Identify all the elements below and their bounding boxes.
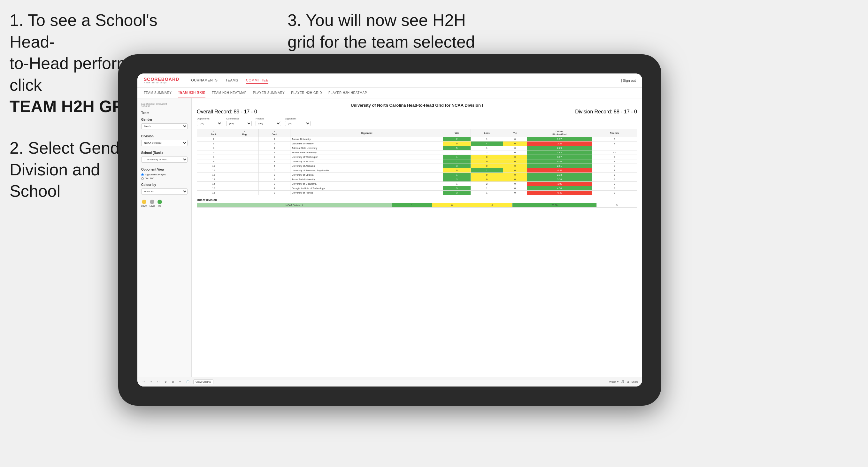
toolbar-view[interactable]: View: Original	[193, 379, 213, 384]
annotation-3-line2: grid for the team selected	[287, 33, 475, 51]
cell-loss: 0	[471, 177, 503, 182]
cell-win: 1	[443, 159, 471, 164]
sidebar-colour-by-select[interactable]: Win/loss	[141, 188, 188, 194]
sidebar-division-select[interactable]: NCAA Division I	[141, 140, 188, 146]
conference-filter-select[interactable]: (All)	[226, 121, 252, 126]
col-loss: Loss	[471, 129, 503, 137]
filter-opponents: Opponents: (All)	[197, 117, 222, 126]
cell-loss: 1	[471, 191, 503, 195]
sidebar-school-select[interactable]: 1. University of Nort...	[141, 157, 188, 163]
toolbar-redo[interactable]: ↪	[149, 380, 153, 384]
toolbar-paste[interactable]: ✂	[178, 380, 182, 384]
cell-tie: 0	[503, 164, 527, 168]
cell-diff: 4.50	[527, 186, 592, 191]
cell-conf: 3	[258, 191, 290, 195]
cell-conf: 2	[258, 155, 290, 159]
toolbar-back[interactable]: ↩	[156, 380, 161, 384]
toolbar-copy[interactable]: ⧉	[170, 380, 175, 384]
tablet-device: SCOREBOARD Powered by clippi TOURNAMENTS…	[118, 54, 661, 406]
cell-loss: 1	[471, 186, 503, 191]
cell-tie: 0	[503, 142, 527, 146]
toolbar-share[interactable]: Share	[631, 380, 638, 383]
sub-nav-player-h2h-grid[interactable]: PLAYER H2H GRID	[291, 89, 322, 97]
cell-win: 3	[443, 177, 471, 182]
cell-tie: 0	[503, 155, 527, 159]
annotation-2-line3: School	[9, 182, 60, 200]
cell-reg	[230, 182, 258, 186]
cell-diff: 5.56	[527, 177, 592, 182]
out-division-tie: 0	[472, 203, 513, 208]
nav-item-tournaments[interactable]: TOURNAMENTS	[189, 77, 218, 84]
cell-opponent: Georgia Institute of Technology	[290, 186, 443, 191]
cell-tie: 0	[503, 182, 527, 186]
opponents-filter-select[interactable]: (All)	[197, 121, 222, 126]
app-nav: SCOREBOARD Powered by clippi TOURNAMENTS…	[137, 73, 642, 88]
sub-nav-team-h2h-heatmap[interactable]: TEAM H2H HEATMAP	[212, 89, 247, 97]
radio-top-100[interactable]: Top 100	[141, 177, 188, 180]
cell-diff: -2.29	[527, 142, 592, 146]
table-row: 9 3 University of Arizona 1 0 0 9.00 2	[197, 159, 637, 164]
nav-item-teams[interactable]: TEAMS	[225, 77, 238, 84]
toolbar-watch[interactable]: Watch ▾	[609, 380, 619, 383]
cell-tie: 0	[503, 137, 527, 142]
table-row: 13 1 Texas Tech University 3 0 0 5.56 9	[197, 177, 637, 182]
col-diff: Diff AvStrokes/Rnd	[527, 129, 592, 137]
sub-nav-player-h2h-heatmap[interactable]: PLAYER H2H HEATMAP	[329, 89, 367, 97]
sub-nav-player-summary[interactable]: PLAYER SUMMARY	[253, 89, 285, 97]
cell-conf: 1	[258, 146, 290, 151]
cell-rounds: 3	[592, 168, 637, 173]
cell-win: 3	[443, 191, 471, 195]
cell-opponent: Texas Tech University	[290, 177, 443, 182]
cell-rank: 4	[197, 146, 230, 151]
col-conf: #Conf	[258, 129, 290, 137]
nav-item-committee[interactable]: COMMITTEE	[246, 77, 269, 84]
cell-win: 1	[443, 173, 471, 177]
opponent-filter-select[interactable]: (All)	[285, 121, 311, 126]
region-filter-select[interactable]: (All)	[255, 121, 281, 126]
sidebar-gender-select[interactable]: Men's	[141, 123, 188, 129]
toolbar-comment[interactable]: 💬	[621, 380, 624, 383]
cell-rounds: 9	[592, 191, 637, 195]
cell-opponent: University of Virginia	[290, 173, 443, 177]
col-win: Win	[443, 129, 471, 137]
col-opponent: Opponent	[290, 129, 443, 137]
cell-rank: 9	[197, 159, 230, 164]
cell-loss: 1	[471, 146, 503, 151]
cell-rank: 16	[197, 191, 230, 195]
toolbar-undo[interactable]: ↩	[141, 380, 146, 384]
radio-opponents-played[interactable]: Opponents Played	[141, 173, 188, 176]
cell-conf: 2	[258, 151, 290, 155]
cell-rank: 11	[197, 168, 230, 173]
out-of-division-row: NCAA Division II 1 0 0 26.00 3	[197, 203, 637, 208]
toolbar-grid[interactable]: ⊞	[627, 380, 629, 383]
cell-opponent: University of Arizona	[290, 159, 443, 164]
cell-rank: 3	[197, 142, 230, 146]
cell-loss: 1	[471, 168, 503, 173]
toolbar-clock[interactable]: 🕐	[185, 380, 191, 384]
cell-tie: 0	[503, 191, 527, 195]
sub-nav: TEAM SUMMARY TEAM H2H GRID TEAM H2H HEAT…	[137, 88, 642, 98]
cell-opponent: Auburn University	[290, 137, 443, 142]
table-row: 6 2 Florida State University 1 2 0 1.83 …	[197, 151, 637, 155]
cell-rounds: 9	[592, 137, 637, 142]
out-division-name: NCAA Division II	[197, 203, 392, 208]
cell-loss: 0	[471, 155, 503, 159]
cell-opponent: Vanderbilt University	[290, 142, 443, 146]
sub-nav-team-h2h-grid[interactable]: TEAM H2H GRID	[178, 88, 206, 97]
sidebar-school-label: School (Rank)	[141, 151, 188, 155]
col-reg: #Reg	[230, 129, 258, 137]
cell-rounds: 3	[592, 155, 637, 159]
toolbar-forward[interactable]: ⊕	[163, 380, 168, 384]
col-rounds: Rounds	[592, 129, 637, 137]
cell-loss: 0	[471, 159, 503, 164]
sub-nav-team-summary[interactable]: TEAM SUMMARY	[144, 89, 172, 97]
cell-loss: 4	[471, 142, 503, 146]
cell-reg	[230, 155, 258, 159]
cell-opponent: University of Florida	[290, 191, 443, 195]
annotation-3-line1: 3. You will now see H2H	[287, 11, 466, 29]
filter-row: Opponents: (All) Conference (All) Region	[197, 117, 637, 126]
table-row: 16 3 University of Florida 3 1 0 -6.42 9	[197, 191, 637, 195]
nav-signin[interactable]: | Sign out	[621, 79, 636, 83]
out-division-diff: 26.00	[512, 203, 597, 208]
cell-rank: 6	[197, 151, 230, 155]
